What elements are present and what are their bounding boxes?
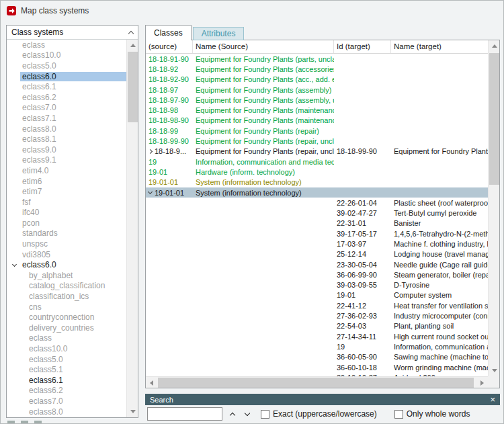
table-scroll-right-button[interactable] bbox=[476, 377, 488, 388]
table-scroll-left-button[interactable] bbox=[146, 377, 157, 388]
column-header-target-id[interactable]: Id (target) bbox=[334, 40, 391, 53]
search-next-button[interactable] bbox=[242, 409, 252, 419]
tree-item-etim6[interactable]: etim6 bbox=[7, 176, 126, 187]
table-row[interactable]: 23-30-05-04Needle guide (Cage rail guide… bbox=[146, 259, 488, 269]
tree-item-etim7[interactable]: etim7 bbox=[7, 186, 126, 197]
whole-words-checkbox[interactable] bbox=[394, 410, 403, 419]
table-row[interactable]: 17-03-97Machine f. clothing industry, le… bbox=[146, 239, 488, 249]
tree-item-eclass7.0[interactable]: eclass7.0 bbox=[7, 396, 126, 407]
chevron-down-icon bbox=[244, 411, 249, 416]
column-header-target-name[interactable]: Name (target) bbox=[391, 40, 488, 53]
table-horizontal-scrollbar-thumb[interactable] bbox=[158, 378, 474, 388]
tree-scrollbar-thumb[interactable] bbox=[128, 52, 138, 122]
table-row[interactable]: 18-18-98-90Equipment for Foundry Plants … bbox=[146, 116, 488, 126]
table-row[interactable]: 19-01Computer system bbox=[146, 290, 488, 300]
table-row[interactable]: 18-18-92Equipment for Foundry Plants (ac… bbox=[146, 64, 488, 74]
tree-item-eclass6.0[interactable]: eclass6.0 bbox=[7, 259, 126, 270]
table-row[interactable]: 36-60-10-18Worm grinding machine (mach..… bbox=[146, 362, 488, 372]
cell-target-name bbox=[391, 64, 488, 74]
tree-item-fsf[interactable]: fsf bbox=[7, 197, 126, 208]
table-row[interactable]: 22-41-12Heat transfer for ventilation sy… bbox=[146, 300, 488, 310]
table-row[interactable]: 22-26-01-04Plastic sheet (roof waterproo… bbox=[146, 198, 488, 208]
table-row[interactable]: 39-17-05-171,4,5,6-Tetrahydro-N-(2-metho… bbox=[146, 228, 488, 239]
table-row[interactable]: 19Information, communication and media t… bbox=[146, 157, 488, 167]
table-row[interactable]: 25-12-14Lodging house (travel manager... bbox=[146, 249, 488, 259]
table-row[interactable]: 22-54-03Plant, planting soil bbox=[146, 321, 488, 331]
table-row[interactable]: 36-06-99-90Steam generator, boiler (repa… bbox=[146, 269, 488, 280]
row-expander-icon[interactable] bbox=[148, 189, 153, 194]
class-systems-header[interactable]: Class systems bbox=[7, 26, 138, 40]
tree-item-delivery_countries[interactable]: delivery_countries bbox=[7, 323, 126, 333]
tab-classes[interactable]: Classes bbox=[145, 25, 192, 40]
exact-checkbox[interactable] bbox=[261, 410, 269, 419]
tree-item-eclass5.0[interactable]: eclass5.0 bbox=[7, 60, 126, 71]
column-header-source-id[interactable]: (source) bbox=[146, 40, 193, 53]
tree-item-classification_ics[interactable]: classification_ics bbox=[7, 291, 126, 302]
table-row[interactable]: 18-18-91-90Equipment for Foundry Plants … bbox=[146, 54, 488, 64]
tree-scroll-up-button[interactable] bbox=[127, 40, 138, 51]
table-scroll-down-button[interactable] bbox=[489, 365, 500, 376]
tree-item-eclass9.0[interactable]: eclass9.0 bbox=[7, 144, 126, 155]
close-search-icon[interactable]: × bbox=[490, 395, 495, 404]
tree-item-eclass6.2[interactable]: eclass6.2 bbox=[7, 92, 126, 103]
cell-source-id: 19-01-01 bbox=[146, 177, 193, 187]
tree-item-eclass8.0[interactable]: eclass8.0 bbox=[7, 124, 126, 134]
table-row[interactable]: 18-18-98Equipment for Foundry Plants (ma… bbox=[146, 105, 488, 115]
table-row[interactable]: 18-18-9...Equipment for Foundry Plants (… bbox=[146, 146, 488, 157]
tree-item-eclass10.0[interactable]: eclass10.0 bbox=[7, 343, 126, 354]
tree-item-standards[interactable]: standards bbox=[7, 228, 126, 239]
table-row[interactable]: 18-18-99-90Equipment for Foundry Plants … bbox=[146, 136, 488, 146]
table-scroll-up-button[interactable] bbox=[489, 40, 500, 52]
tree-item-eclass[interactable]: eclass bbox=[7, 333, 126, 344]
tree-item-unspsc[interactable]: unspsc bbox=[7, 239, 126, 249]
tree-item-eclass10.0[interactable]: eclass10.0 bbox=[7, 50, 126, 61]
tree-scroll-down-button[interactable] bbox=[127, 406, 138, 417]
table-row[interactable]: 19-01Hardware (inform. technology) bbox=[146, 167, 488, 177]
tree-item-eclass7.0[interactable]: eclass7.0 bbox=[7, 103, 126, 114]
table-row[interactable]: 18-18-97Equipment for Foundry Plants (as… bbox=[146, 85, 488, 95]
table-row[interactable]: 19-01-01System (information technology) bbox=[146, 187, 488, 198]
table-vertical-scrollbar-thumb[interactable] bbox=[489, 53, 499, 185]
table-row[interactable]: 18-18-97-90Equipment for Foundry Plants … bbox=[146, 95, 488, 105]
table-row[interactable]: 18-18-99Equipment for Foundry Plants (re… bbox=[146, 126, 488, 136]
table-row[interactable]: 19Information, communication a... bbox=[146, 341, 488, 351]
table-row[interactable]: 18-18-92-90Equipment for Foundry Plants … bbox=[146, 75, 488, 85]
collapse-panel-icon[interactable] bbox=[128, 30, 134, 36]
table-horizontal-scrollbar[interactable] bbox=[146, 376, 488, 388]
tree-item-pcon[interactable]: pcon bbox=[7, 218, 126, 228]
table-row[interactable]: 19-01-01System (information technology) bbox=[146, 177, 488, 187]
tree-item-by_alphabet[interactable]: by_alphabet bbox=[7, 270, 126, 281]
table-row[interactable]: 39-02-47-27Tert-Butyl cumyl peroxide bbox=[146, 208, 488, 218]
tree-item-eclass8.0[interactable]: eclass8.0 bbox=[7, 407, 126, 417]
tree-item-eclass6.0[interactable]: eclass6.0 bbox=[7, 71, 126, 82]
tree-item-eclass9.1[interactable]: eclass9.1 bbox=[7, 155, 126, 166]
table-vertical-scrollbar[interactable] bbox=[488, 40, 499, 376]
tree-item-eclass7.1[interactable]: eclass7.1 bbox=[7, 113, 126, 124]
column-header-source-name[interactable]: Name (Source) bbox=[193, 40, 334, 53]
tab-attributes[interactable]: Attributes bbox=[193, 27, 245, 40]
table-row[interactable]: 39-03-09-55D-Tyrosine bbox=[146, 280, 488, 290]
tree-item-vdi3805[interactable]: vdi3805 bbox=[7, 249, 126, 260]
tree-item-eclass8.1[interactable]: eclass8.1 bbox=[7, 134, 126, 144]
tree-expander-icon[interactable] bbox=[12, 262, 17, 267]
cell-target-name bbox=[391, 105, 488, 115]
search-previous-button[interactable] bbox=[227, 409, 237, 419]
tree-item-eclass5.0[interactable]: eclass5.0 bbox=[7, 354, 126, 365]
tree-item-cns[interactable]: cns bbox=[7, 302, 126, 312]
tree-item-eclass6.2[interactable]: eclass6.2 bbox=[7, 386, 126, 396]
tree-item-eclass5.1[interactable]: eclass5.1 bbox=[7, 364, 126, 375]
table-row[interactable]: 36-60-05-90Sawing machine (machine tool.… bbox=[146, 352, 488, 362]
row-expander-icon[interactable] bbox=[148, 149, 153, 154]
tree-item-eclass[interactable]: eclass bbox=[7, 40, 126, 50]
tree-item-ifc40[interactable]: ifc40 bbox=[7, 208, 126, 218]
tree-item-catalog_classification[interactable]: catalog_classification bbox=[7, 281, 126, 292]
search-input[interactable] bbox=[147, 407, 222, 421]
table-row[interactable]: 27-14-34-11High current round socket out… bbox=[146, 331, 488, 341]
tree-item-eclass6.1[interactable]: eclass6.1 bbox=[7, 81, 126, 92]
tree-scrollbar[interactable] bbox=[126, 40, 138, 417]
table-row[interactable]: 22-31-01Banister bbox=[146, 218, 488, 228]
table-row[interactable]: 27-36-02-93Industry microcomputer (conn.… bbox=[146, 310, 488, 321]
tree-item-countryconnection[interactable]: countryconnection bbox=[7, 312, 126, 323]
tree-item-eclass6.1[interactable]: eclass6.1 bbox=[7, 375, 126, 386]
tree-item-etim4.0[interactable]: etim4.0 bbox=[7, 165, 126, 176]
